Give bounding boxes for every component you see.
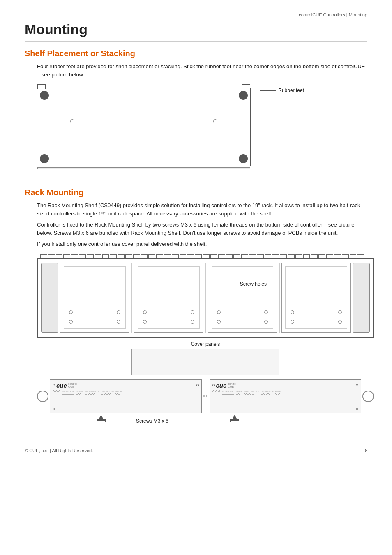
- screw-arrow-right: [230, 415, 239, 422]
- rack-unit-1: [60, 263, 129, 333]
- rubber-foot-tr: [239, 91, 248, 100]
- ctrl2-bottom-dot-r: [356, 408, 358, 410]
- screw-holes-label: Screw holes: [240, 281, 283, 287]
- shelf-body-text: Four rubber feet are provided for shelf …: [37, 62, 367, 79]
- shelf-handle-left: [37, 84, 46, 89]
- rack-divider-1: [131, 263, 132, 333]
- ctrl1-logo: cue: [56, 382, 67, 389]
- screws-label: Screws M3 x 6: [109, 418, 168, 424]
- right-end-circle: [362, 391, 374, 402]
- copyright: © CUE, a.s. | All Rights Reserved.: [25, 448, 93, 453]
- rack-para1: The Rack Mounting Shelf (CS0449) provide…: [37, 201, 367, 217]
- screw-hole-10: [264, 320, 268, 324]
- ctrl1-dot2: [196, 384, 199, 386]
- screw-hole-11: [217, 310, 221, 314]
- page-title: Mounting: [25, 21, 367, 42]
- ctrl1-brand: controlCUE: [68, 382, 77, 388]
- cover-panels-label: Cover panels: [191, 341, 220, 347]
- screw-hole-1: [69, 320, 73, 324]
- left-end-circle: [37, 391, 48, 402]
- ctrl1-bottom-dot-l: [53, 408, 55, 410]
- ctrl2-dot: [212, 384, 215, 386]
- controllers-row: cue controlCUE IN SENSOR: [37, 379, 374, 413]
- rack-divider-2: [205, 263, 206, 333]
- screw-hole-2: [117, 320, 120, 324]
- breadcrumb: controlCUE Controllers | Mounting: [299, 12, 367, 17]
- screws-section: Screws M3 x 6: [37, 415, 374, 427]
- ctrl1-dot: [53, 384, 55, 386]
- screw-hole-16: [338, 310, 342, 314]
- inner-hole-tl: [70, 119, 74, 123]
- screw-hole-12: [264, 310, 268, 314]
- page-header: controlCUE Controllers | Mounting: [25, 12, 367, 17]
- ctrl1-ports: IN SENSOR SERIAL IN/OUTPUT 2.8: [53, 390, 199, 395]
- rack-section-title: Rack Mounting: [25, 188, 367, 197]
- screw-base-left: [97, 419, 106, 422]
- rack-unit-3: [208, 263, 277, 333]
- screw-base-right: [230, 419, 239, 422]
- rack-unit-2: [134, 263, 203, 333]
- rubber-foot-bl: [40, 154, 49, 163]
- ctrl2-dot2: [356, 384, 358, 386]
- rack-divider-3: [279, 263, 280, 333]
- inner-hole-tr: [213, 119, 217, 123]
- mid-dot1: [203, 395, 205, 397]
- screw-arrow-left: [97, 415, 106, 422]
- rubber-foot-br: [239, 154, 248, 163]
- shelf-bottom-strip: [37, 167, 250, 169]
- screw-hole-15: [291, 310, 294, 314]
- page-number: 6: [365, 448, 367, 453]
- ctrl2-logo: cue: [216, 382, 227, 389]
- mid-dot2: [206, 395, 208, 397]
- rack-para3: If you install only one controller use c…: [37, 240, 367, 248]
- ctrl2-brand: controlCUE: [228, 382, 236, 388]
- rack-left-bracket: [41, 263, 58, 333]
- screws-label-text: Screws M3 x 6: [136, 418, 168, 424]
- screw-hole-13: [291, 320, 294, 324]
- controller-2: cue controlCUE IN SENSOR: [210, 379, 362, 413]
- shelf-diagram: [37, 88, 251, 166]
- screw-hole-8: [191, 310, 194, 314]
- rack-para2: Controller is fixed to the Rack Mounting…: [37, 221, 367, 237]
- screw-hole-5: [143, 320, 147, 324]
- arrow-up-right: [233, 415, 237, 419]
- cover-panels-section: Cover panels: [37, 341, 374, 377]
- arrow-up-left: [99, 415, 103, 419]
- rack-body: Screw holes: [37, 258, 374, 338]
- rack-diagram: Screw holes Cover panels cue controlCUE: [37, 254, 367, 427]
- page-footer: © CUE, a.s. | All Rights Reserved. 6: [25, 444, 367, 453]
- screw-hole-4: [117, 310, 120, 314]
- controller-1: cue controlCUE IN SENSOR: [50, 379, 202, 413]
- screw-hole-6: [191, 320, 194, 324]
- screw-hole-3: [69, 310, 73, 314]
- screw-hole-14: [338, 320, 342, 324]
- ctrl2-ports: IN SENSOR SERIAL IN/OUTPUT 2.8: [212, 390, 359, 395]
- screw-hole-7: [143, 310, 147, 314]
- rack-unit-4: [281, 263, 351, 333]
- shelf-handle-right: [242, 84, 250, 89]
- screw-hole-9: [217, 320, 221, 324]
- rubber-foot-tl: [40, 91, 49, 100]
- shelf-section-title: Shelf Placement or Stacking: [25, 49, 367, 58]
- rubber-feet-label: Rubber feet: [260, 88, 304, 93]
- rack-right-bracket: [353, 263, 370, 333]
- rack-teeth-bar: [37, 254, 367, 258]
- cover-panel-box: [131, 349, 279, 375]
